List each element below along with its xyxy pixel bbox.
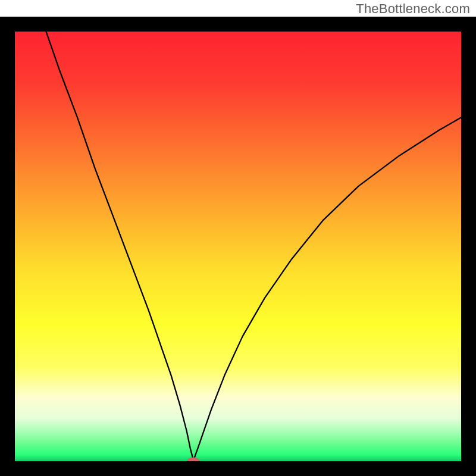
- watermark: TheBottleneck.com: [356, 1, 470, 17]
- gradient-background: [15, 32, 461, 461]
- chart-frame: [0, 17, 476, 476]
- plot-area: [15, 32, 461, 461]
- chart-container: TheBottleneck.com: [0, 0, 476, 476]
- plot-svg: [15, 32, 461, 461]
